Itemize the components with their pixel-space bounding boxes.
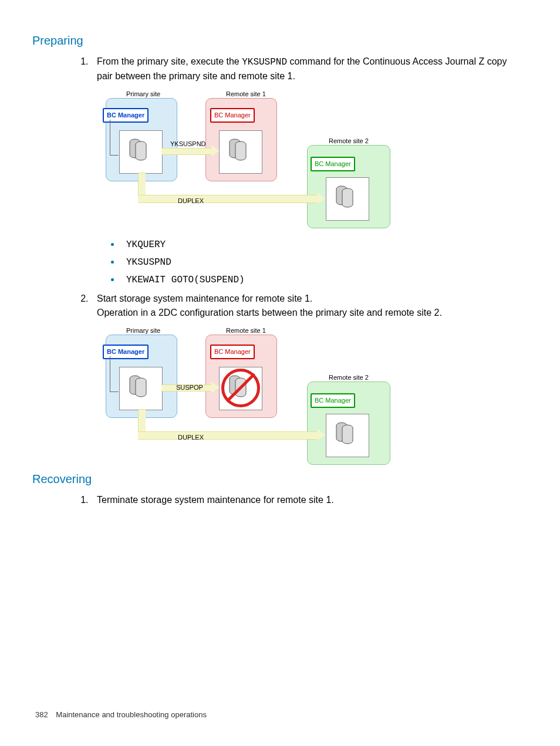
diagram2-canvas: Primary site Remote site 1 Remote site 2… (103, 326, 390, 467)
bc-remote2: BC Manager (311, 393, 355, 408)
bullet-item: YKQUERY (120, 236, 525, 254)
duplex-label: DUPLEX (178, 196, 204, 206)
bullet-text: YKEWAIT GOTO(SUSPEND) (126, 275, 245, 285)
op-label-2: SUSPOP (176, 383, 203, 393)
diagram1-canvas: Primary site Remote site 1 Remote site 2… (103, 89, 390, 230)
bc-remote1: BC Manager (210, 108, 255, 123)
op-label-1: YKSUSPND (170, 139, 206, 149)
db-icon (335, 185, 355, 209)
diagram-1: Primary site Remote site 1 Remote site 2… (103, 89, 525, 230)
arrow-head-icon (211, 382, 220, 393)
bullet-item: YKEWAIT GOTO(SUSPEND) (120, 271, 525, 289)
recovering-step1-text: Terminate storage system maintenance for… (97, 495, 334, 505)
bc-remote2: BC Manager (311, 157, 355, 171)
step-1: From the primary site, execute the YKSUS… (91, 55, 525, 288)
arrow-head-icon (317, 193, 325, 204)
db-icon (335, 422, 355, 445)
arrow (161, 148, 211, 155)
db-icon (228, 139, 248, 162)
bc-remote1: BC Manager (210, 345, 255, 359)
step2-line1: Start storage system maintenance for rem… (97, 293, 312, 303)
bullet-text: YKSUSPND (126, 257, 171, 268)
recovering-step-1: Terminate storage system maintenance for… (91, 493, 525, 507)
step-2: Start storage system maintenance for rem… (91, 292, 525, 467)
prohibit-icon (221, 369, 260, 407)
page-content: Preparing From the primary site, execute… (0, 0, 560, 532)
arrow (138, 195, 317, 203)
conn-line (110, 120, 110, 155)
conn-line2 (110, 391, 119, 392)
step1-code: YKSUSPND (242, 57, 287, 67)
db-icon (129, 375, 149, 399)
arrow (138, 431, 317, 440)
preparing-steps: From the primary site, execute the YKSUS… (73, 55, 525, 467)
recovering-steps: Terminate storage system maintenance for… (73, 493, 525, 507)
step2-line2: Operation in a 2DC configuration starts … (97, 308, 442, 318)
conn-line2 (110, 155, 119, 156)
bullet-item: YKSUSPND (120, 254, 525, 271)
diagram-2: Primary site Remote site 1 Remote site 2… (103, 326, 525, 467)
step1-text-before: From the primary site, execute the (97, 56, 242, 66)
arrow-head-icon (317, 429, 325, 441)
arrow-head-icon (211, 145, 220, 157)
heading-preparing: Preparing (32, 34, 525, 48)
bullet-text: YKQUERY (126, 239, 166, 250)
heading-recovering: Recovering (32, 472, 525, 486)
duplex-label: DUPLEX (178, 433, 204, 443)
db-icon (129, 139, 149, 162)
command-list: YKQUERY YKSUSPND YKEWAIT GOTO(SUSPEND) (103, 236, 525, 288)
conn-line (110, 356, 110, 391)
